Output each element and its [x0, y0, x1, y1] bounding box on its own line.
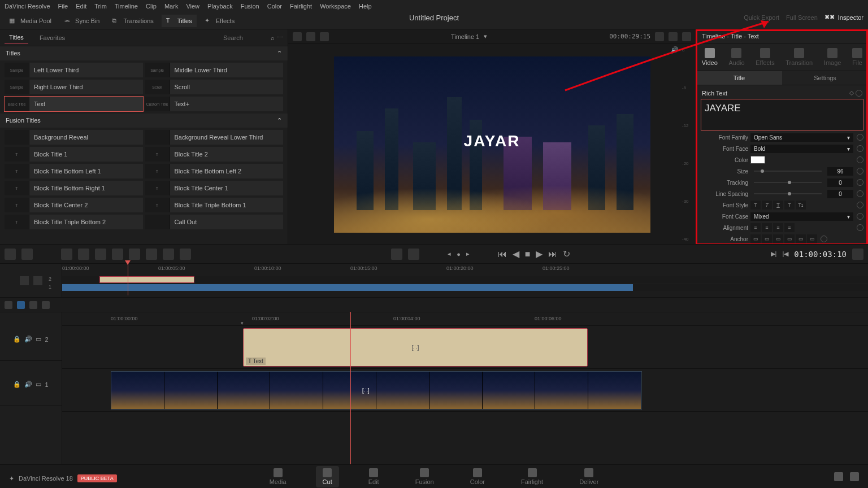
tool-icon[interactable]: [95, 249, 106, 260]
gear-icon[interactable]: [850, 472, 859, 481]
title-item[interactable]: TBlock Title Center 2: [5, 198, 143, 212]
effects-button[interactable]: ✦Effects: [200, 15, 239, 27]
reset-icon[interactable]: [857, 168, 863, 175]
anchor-buttons[interactable]: ▭▭▭▭▭▭: [750, 234, 817, 243]
tool-icon[interactable]: [20, 276, 29, 285]
page-edit[interactable]: Edit: [362, 466, 386, 487]
title-item[interactable]: Background Reveal Lower Third: [145, 130, 284, 145]
font-case-dropdown[interactable]: Mixed▾: [750, 212, 853, 221]
title-item[interactable]: Call Out: [145, 215, 284, 229]
inspector-tab-transition[interactable]: Transition: [783, 46, 815, 68]
lower-playhead[interactable]: [350, 312, 351, 464]
inspector-subtab-settings[interactable]: Settings: [782, 71, 868, 85]
section-titles[interactable]: Titles⌃: [0, 46, 288, 60]
inspector-button[interactable]: ✖✖Inspector: [824, 14, 863, 21]
menu-item[interactable]: Mark: [164, 3, 178, 10]
reset-icon[interactable]: [857, 134, 863, 141]
audio-icon[interactable]: 🔊: [24, 336, 32, 343]
transport-icon[interactable]: [408, 249, 419, 260]
alignment-buttons[interactable]: ≡≡≡≡: [750, 223, 795, 232]
bypass-icon[interactable]: [682, 32, 691, 41]
mini-text-clip[interactable]: [99, 276, 194, 283]
transport-timecode[interactable]: 01:00:03:10: [794, 250, 847, 259]
last-frame-icon[interactable]: ⏭: [548, 249, 557, 259]
page-cut[interactable]: Cut: [316, 466, 339, 487]
menu-item[interactable]: Workspace: [320, 3, 351, 10]
prev-edit-icon[interactable]: ◂: [448, 250, 451, 258]
title-item[interactable]: SampleMiddle Lower Third: [145, 63, 284, 77]
title-item[interactable]: TBlock Title 2: [145, 147, 284, 162]
titles-button[interactable]: TTitles: [162, 15, 197, 27]
next-edit-icon[interactable]: ▸: [466, 250, 470, 258]
media-pool-button[interactable]: ▦Media Pool: [5, 15, 56, 27]
font-family-dropdown[interactable]: Open Sans▾: [750, 133, 853, 142]
reset-icon[interactable]: [857, 202, 863, 208]
boring-detector-icon[interactable]: [5, 249, 16, 260]
prev-clip-icon[interactable]: |◀: [782, 250, 788, 258]
timeline-name[interactable]: Timeline 1: [451, 33, 479, 40]
inspector-tab-effects[interactable]: Effects: [753, 46, 776, 68]
first-frame-icon[interactable]: ⏮: [498, 249, 507, 259]
search-box[interactable]: ⌕ ⋯: [223, 34, 283, 41]
title-item[interactable]: Background Reveal: [5, 130, 143, 145]
title-item[interactable]: SampleRight Lower Third: [5, 80, 143, 94]
section-fusion-titles[interactable]: Fusion Titles⌃: [0, 114, 288, 128]
upper-playhead[interactable]: [128, 264, 128, 295]
page-color[interactable]: Color: [463, 466, 492, 487]
title-item[interactable]: SampleLeft Lower Third: [5, 63, 143, 77]
home-icon[interactable]: [834, 472, 843, 481]
inspector-tab-file[interactable]: File: [850, 46, 865, 68]
menubar[interactable]: DaVinci Resolve File Edit Trim Timeline …: [0, 0, 868, 12]
page-deliver[interactable]: Deliver: [572, 466, 605, 487]
size-slider[interactable]: [754, 171, 822, 172]
title-item[interactable]: TBlock Title Triple Bottom 1: [145, 198, 284, 212]
page-fairlight[interactable]: Fairlight: [514, 466, 550, 487]
stop-icon[interactable]: ■: [525, 249, 531, 259]
tool-icon[interactable]: [78, 249, 89, 260]
font-face-dropdown[interactable]: Bold▾: [750, 145, 853, 153]
color-swatch[interactable]: [750, 156, 765, 164]
tool-icon[interactable]: [180, 249, 191, 260]
menu-item[interactable]: File: [58, 3, 68, 10]
mini-video-clip[interactable]: [62, 284, 633, 291]
play-icon[interactable]: ▶: [536, 249, 542, 259]
title-item[interactable]: TBlock Title Triple Bottom 2: [5, 215, 143, 229]
tool-icon[interactable]: [29, 301, 37, 309]
marker-icon[interactable]: ●: [457, 251, 461, 258]
title-item[interactable]: TBlock Title Bottom Left 1: [5, 164, 143, 178]
next-clip-icon[interactable]: ▶|: [771, 250, 777, 258]
menu-item[interactable]: Help: [359, 3, 372, 10]
inspector-tab-image[interactable]: Image: [822, 46, 844, 68]
tool-icon[interactable]: [146, 249, 157, 260]
title-item[interactable]: TBlock Title Bottom Right 1: [5, 181, 143, 195]
track-header-v1[interactable]: 🔒 🔊 ▭ 1: [0, 363, 62, 406]
size-input[interactable]: [827, 167, 853, 176]
inspector-subtab-title[interactable]: Title: [696, 71, 782, 85]
menu-item[interactable]: Fusion: [241, 3, 259, 10]
line-spacing-slider[interactable]: [754, 193, 822, 194]
page-fusion[interactable]: Fusion: [409, 466, 441, 487]
reset-icon[interactable]: [856, 90, 862, 97]
quick-export-button[interactable]: Quick Export: [744, 14, 779, 21]
transport-icon[interactable]: [391, 249, 402, 260]
tab-titles[interactable]: Titles: [5, 32, 28, 43]
menu-item[interactable]: Color: [267, 3, 282, 10]
reset-icon[interactable]: [821, 236, 827, 242]
more-icon[interactable]: ⋯: [277, 34, 283, 41]
view-mode-icon[interactable]: [306, 32, 315, 41]
reset-icon[interactable]: [857, 156, 863, 163]
lower-ruler[interactable]: 01:00:00:00 01:00:02:00 01:00:04:00 01:0…: [62, 312, 868, 326]
tool-icon[interactable]: [112, 249, 123, 260]
menu-item[interactable]: Playback: [207, 3, 233, 10]
safe-area-icon[interactable]: [669, 32, 678, 41]
tool-icon[interactable]: [5, 301, 12, 309]
reset-icon[interactable]: [857, 213, 863, 220]
keyframe-icon[interactable]: [849, 91, 854, 95]
tab-favorites[interactable]: Favorites: [35, 32, 70, 43]
tool-icon[interactable]: [33, 276, 42, 285]
title-item[interactable]: TBlock Title Bottom Left 2: [145, 164, 284, 178]
lock-icon[interactable]: 🔒: [13, 381, 21, 388]
rich-text-input[interactable]: [701, 99, 863, 130]
tool-icon[interactable]: [129, 249, 140, 260]
title-item[interactable]: ScrollScroll: [145, 80, 284, 94]
